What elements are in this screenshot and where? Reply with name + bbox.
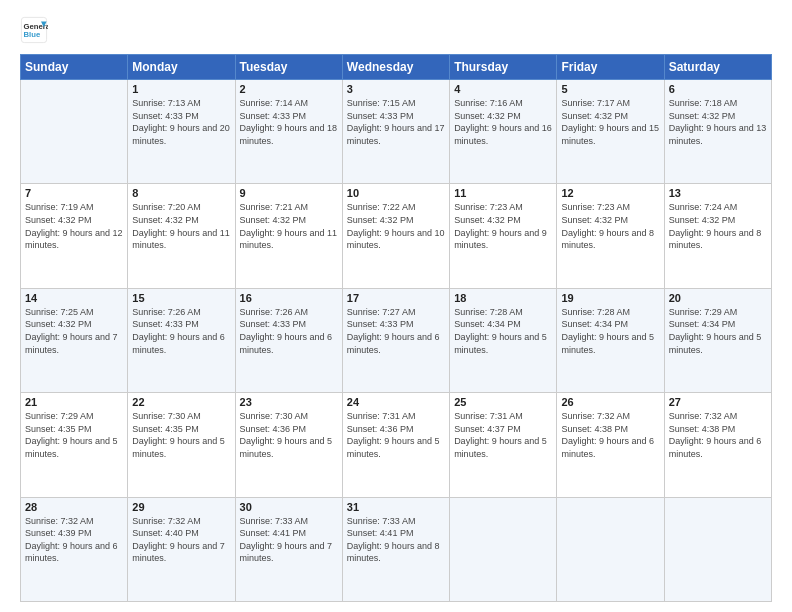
sunrise-line: Sunrise: 7:32 AM <box>132 515 230 528</box>
sunrise-line: Sunrise: 7:29 AM <box>669 306 767 319</box>
calendar-cell: 31Sunrise: 7:33 AMSunset: 4:41 PMDayligh… <box>342 497 449 601</box>
sunrise-line: Sunrise: 7:25 AM <box>25 306 123 319</box>
day-header-thursday: Thursday <box>450 55 557 80</box>
calendar-cell: 14Sunrise: 7:25 AMSunset: 4:32 PMDayligh… <box>21 288 128 392</box>
sunrise-line: Sunrise: 7:14 AM <box>240 97 338 110</box>
sunset-line: Sunset: 4:40 PM <box>132 527 230 540</box>
calendar-cell: 19Sunrise: 7:28 AMSunset: 4:34 PMDayligh… <box>557 288 664 392</box>
calendar-cell: 18Sunrise: 7:28 AMSunset: 4:34 PMDayligh… <box>450 288 557 392</box>
sunset-line: Sunset: 4:34 PM <box>669 318 767 331</box>
sunset-line: Sunset: 4:32 PM <box>561 110 659 123</box>
day-number: 22 <box>132 396 230 408</box>
header: General Blue <box>20 16 772 44</box>
daylight-line: Daylight: 9 hours and 5 minutes. <box>454 435 552 460</box>
daylight-line: Daylight: 9 hours and 7 minutes. <box>25 331 123 356</box>
calendar-cell: 4Sunrise: 7:16 AMSunset: 4:32 PMDaylight… <box>450 80 557 184</box>
page: General Blue SundayMondayTuesdayWednesda… <box>0 0 792 612</box>
day-number: 8 <box>132 187 230 199</box>
calendar-cell: 17Sunrise: 7:27 AMSunset: 4:33 PMDayligh… <box>342 288 449 392</box>
sunrise-line: Sunrise: 7:32 AM <box>669 410 767 423</box>
day-info: Sunrise: 7:23 AMSunset: 4:32 PMDaylight:… <box>561 201 659 251</box>
day-number: 5 <box>561 83 659 95</box>
calendar-cell: 1Sunrise: 7:13 AMSunset: 4:33 PMDaylight… <box>128 80 235 184</box>
sunset-line: Sunset: 4:32 PM <box>25 214 123 227</box>
calendar-cell: 28Sunrise: 7:32 AMSunset: 4:39 PMDayligh… <box>21 497 128 601</box>
daylight-line: Daylight: 9 hours and 9 minutes. <box>454 227 552 252</box>
daylight-line: Daylight: 9 hours and 11 minutes. <box>132 227 230 252</box>
sunset-line: Sunset: 4:35 PM <box>25 423 123 436</box>
sunrise-line: Sunrise: 7:32 AM <box>25 515 123 528</box>
day-info: Sunrise: 7:26 AMSunset: 4:33 PMDaylight:… <box>240 306 338 356</box>
calendar-cell <box>664 497 771 601</box>
day-info: Sunrise: 7:33 AMSunset: 4:41 PMDaylight:… <box>347 515 445 565</box>
day-header-monday: Monday <box>128 55 235 80</box>
daylight-line: Daylight: 9 hours and 11 minutes. <box>240 227 338 252</box>
day-number: 19 <box>561 292 659 304</box>
sunrise-line: Sunrise: 7:31 AM <box>347 410 445 423</box>
sunrise-line: Sunrise: 7:16 AM <box>454 97 552 110</box>
daylight-line: Daylight: 9 hours and 5 minutes. <box>240 435 338 460</box>
sunset-line: Sunset: 4:32 PM <box>454 214 552 227</box>
day-info: Sunrise: 7:32 AMSunset: 4:40 PMDaylight:… <box>132 515 230 565</box>
sunset-line: Sunset: 4:32 PM <box>454 110 552 123</box>
sunset-line: Sunset: 4:33 PM <box>347 110 445 123</box>
sunset-line: Sunset: 4:41 PM <box>347 527 445 540</box>
day-info: Sunrise: 7:29 AMSunset: 4:35 PMDaylight:… <box>25 410 123 460</box>
day-number: 31 <box>347 501 445 513</box>
daylight-line: Daylight: 9 hours and 8 minutes. <box>347 540 445 565</box>
day-number: 26 <box>561 396 659 408</box>
calendar-cell: 2Sunrise: 7:14 AMSunset: 4:33 PMDaylight… <box>235 80 342 184</box>
sunrise-line: Sunrise: 7:27 AM <box>347 306 445 319</box>
sunset-line: Sunset: 4:32 PM <box>347 214 445 227</box>
sunrise-line: Sunrise: 7:18 AM <box>669 97 767 110</box>
day-info: Sunrise: 7:31 AMSunset: 4:36 PMDaylight:… <box>347 410 445 460</box>
day-header-sunday: Sunday <box>21 55 128 80</box>
day-info: Sunrise: 7:21 AMSunset: 4:32 PMDaylight:… <box>240 201 338 251</box>
sunset-line: Sunset: 4:32 PM <box>561 214 659 227</box>
day-number: 6 <box>669 83 767 95</box>
day-info: Sunrise: 7:30 AMSunset: 4:36 PMDaylight:… <box>240 410 338 460</box>
daylight-line: Daylight: 9 hours and 5 minutes. <box>561 331 659 356</box>
daylight-line: Daylight: 9 hours and 10 minutes. <box>347 227 445 252</box>
daylight-line: Daylight: 9 hours and 6 minutes. <box>561 435 659 460</box>
sunrise-line: Sunrise: 7:32 AM <box>561 410 659 423</box>
sunrise-line: Sunrise: 7:19 AM <box>25 201 123 214</box>
day-number: 27 <box>669 396 767 408</box>
calendar-cell: 10Sunrise: 7:22 AMSunset: 4:32 PMDayligh… <box>342 184 449 288</box>
day-info: Sunrise: 7:13 AMSunset: 4:33 PMDaylight:… <box>132 97 230 147</box>
day-info: Sunrise: 7:23 AMSunset: 4:32 PMDaylight:… <box>454 201 552 251</box>
day-number: 25 <box>454 396 552 408</box>
day-number: 17 <box>347 292 445 304</box>
calendar-cell: 11Sunrise: 7:23 AMSunset: 4:32 PMDayligh… <box>450 184 557 288</box>
sunrise-line: Sunrise: 7:22 AM <box>347 201 445 214</box>
day-number: 15 <box>132 292 230 304</box>
calendar-cell: 21Sunrise: 7:29 AMSunset: 4:35 PMDayligh… <box>21 393 128 497</box>
sunrise-line: Sunrise: 7:30 AM <box>240 410 338 423</box>
day-info: Sunrise: 7:27 AMSunset: 4:33 PMDaylight:… <box>347 306 445 356</box>
day-number: 24 <box>347 396 445 408</box>
sunset-line: Sunset: 4:33 PM <box>132 318 230 331</box>
calendar-week-row: 21Sunrise: 7:29 AMSunset: 4:35 PMDayligh… <box>21 393 772 497</box>
day-info: Sunrise: 7:33 AMSunset: 4:41 PMDaylight:… <box>240 515 338 565</box>
day-info: Sunrise: 7:24 AMSunset: 4:32 PMDaylight:… <box>669 201 767 251</box>
day-number: 16 <box>240 292 338 304</box>
daylight-line: Daylight: 9 hours and 18 minutes. <box>240 122 338 147</box>
daylight-line: Daylight: 9 hours and 8 minutes. <box>561 227 659 252</box>
sunset-line: Sunset: 4:32 PM <box>132 214 230 227</box>
calendar-cell: 6Sunrise: 7:18 AMSunset: 4:32 PMDaylight… <box>664 80 771 184</box>
daylight-line: Daylight: 9 hours and 5 minutes. <box>347 435 445 460</box>
calendar-table: SundayMondayTuesdayWednesdayThursdayFrid… <box>20 54 772 602</box>
sunrise-line: Sunrise: 7:13 AM <box>132 97 230 110</box>
daylight-line: Daylight: 9 hours and 5 minutes. <box>669 331 767 356</box>
sunset-line: Sunset: 4:34 PM <box>561 318 659 331</box>
daylight-line: Daylight: 9 hours and 6 minutes. <box>240 331 338 356</box>
day-info: Sunrise: 7:30 AMSunset: 4:35 PMDaylight:… <box>132 410 230 460</box>
calendar-header-row: SundayMondayTuesdayWednesdayThursdayFrid… <box>21 55 772 80</box>
daylight-line: Daylight: 9 hours and 8 minutes. <box>669 227 767 252</box>
calendar-week-row: 14Sunrise: 7:25 AMSunset: 4:32 PMDayligh… <box>21 288 772 392</box>
sunset-line: Sunset: 4:37 PM <box>454 423 552 436</box>
day-number: 3 <box>347 83 445 95</box>
sunset-line: Sunset: 4:32 PM <box>669 110 767 123</box>
day-info: Sunrise: 7:15 AMSunset: 4:33 PMDaylight:… <box>347 97 445 147</box>
daylight-line: Daylight: 9 hours and 13 minutes. <box>669 122 767 147</box>
